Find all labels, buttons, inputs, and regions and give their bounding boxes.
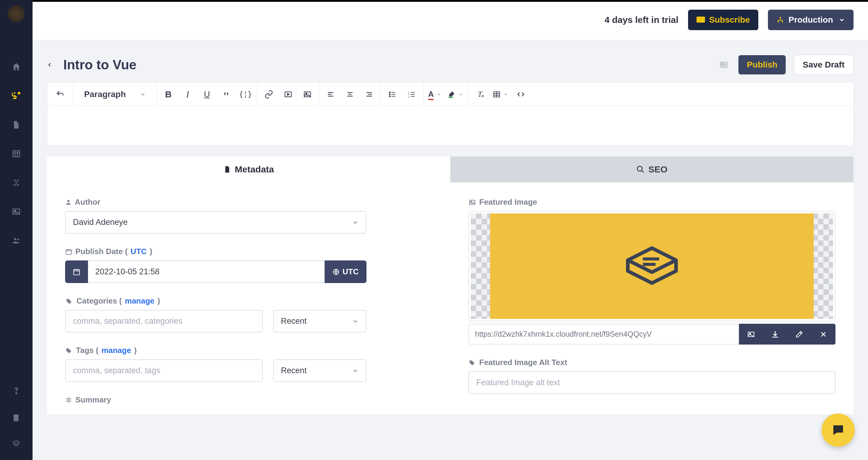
tab-seo[interactable]: SEO (450, 156, 854, 182)
featured-image-preview (468, 211, 835, 321)
calendar-icon (73, 268, 81, 276)
featured-image-thumbnail[interactable] (490, 213, 814, 319)
link-button[interactable] (262, 88, 276, 101)
edit-image-button[interactable] (787, 324, 811, 344)
user-icon (65, 198, 72, 206)
subscribe-button[interactable]: Subscribe (688, 10, 758, 30)
bullet-list-button[interactable] (386, 88, 399, 101)
editor-toolbar: Paragraph B I U {¦} (47, 83, 853, 106)
left-sidebar (0, 0, 33, 460)
grid-icon[interactable] (10, 148, 22, 160)
featured-image-url-input[interactable]: https://d2wzhk7xhrnk1x.cloudfront.net/f9… (468, 324, 739, 344)
date-picker-button[interactable] (65, 260, 88, 283)
users-icon[interactable] (10, 235, 22, 247)
svg-point-6 (16, 393, 17, 394)
file-icon (223, 165, 231, 174)
tab-metadata-label: Metadata (235, 164, 274, 175)
trial-remaining-text: 4 days left in trial (604, 15, 678, 25)
publish-button[interactable]: Publish (738, 55, 786, 74)
help-icon[interactable] (12, 385, 20, 396)
text-color-button[interactable]: A (428, 88, 442, 101)
home-icon[interactable] (10, 61, 22, 73)
layers-icon[interactable] (11, 439, 22, 448)
back-button[interactable] (47, 61, 53, 69)
editor-content-area[interactable] (47, 106, 853, 145)
tags-recent-select[interactable]: Recent (273, 359, 367, 382)
file-icon[interactable] (10, 119, 22, 131)
svg-point-4 (14, 238, 16, 240)
italic-button[interactable]: I (181, 88, 194, 101)
highlight-color-button[interactable] (447, 88, 463, 101)
underline-button[interactable]: U (200, 88, 214, 101)
chevron-down-icon (838, 17, 845, 23)
video-button[interactable] (281, 88, 295, 101)
timezone-link[interactable]: UTC (130, 247, 147, 256)
align-left-button[interactable] (324, 88, 337, 101)
remove-image-button[interactable] (811, 324, 835, 344)
media-icon[interactable] (10, 206, 22, 218)
code-view-button[interactable] (514, 88, 527, 101)
svg-rect-25 (66, 250, 71, 254)
author-select[interactable]: David Adeneye (65, 211, 367, 234)
categories-label: Categories (manage) (65, 296, 367, 306)
chevron-down-icon (140, 91, 146, 97)
card-view-icon[interactable] (717, 58, 731, 71)
tag-icon (65, 347, 73, 354)
page-title: Intro to Vue (63, 57, 136, 72)
featured-alt-input[interactable] (468, 371, 835, 394)
bold-button[interactable]: B (162, 88, 175, 101)
align-center-button[interactable] (343, 88, 356, 101)
editor-card: Paragraph B I U {¦} (47, 82, 854, 146)
numbered-list-button[interactable]: 123 (405, 88, 418, 101)
book-icon[interactable] (12, 413, 21, 423)
svg-rect-1 (13, 151, 20, 157)
utc-button[interactable]: UTC (324, 260, 367, 283)
undo-button[interactable] (54, 88, 67, 101)
tag-icon (468, 359, 476, 366)
author-value: David Adeneye (73, 218, 128, 227)
categories-manage-link[interactable]: manage (125, 296, 154, 306)
table-button[interactable] (493, 88, 508, 101)
credit-card-icon (696, 15, 705, 25)
logo-icon (616, 236, 688, 296)
author-label: Author (65, 197, 367, 207)
svg-point-0 (18, 92, 21, 95)
tags-label: Tags (manage) (65, 346, 367, 355)
globe-icon (333, 268, 340, 276)
chevron-down-icon (352, 367, 359, 374)
categories-input[interactable] (65, 310, 263, 333)
download-image-button[interactable] (763, 324, 787, 344)
save-draft-button[interactable]: Save Draft (794, 55, 854, 75)
featured-alt-label: Featured Image Alt Text (468, 358, 835, 367)
tags-input[interactable] (65, 359, 263, 382)
svg-point-15 (389, 92, 390, 93)
blocks-icon[interactable] (10, 177, 22, 189)
blockquote-button[interactable] (220, 88, 233, 101)
choose-image-button[interactable] (739, 324, 763, 344)
image-button[interactable] (301, 88, 314, 101)
image-icon (468, 198, 476, 206)
chevron-down-icon (352, 219, 359, 226)
svg-point-16 (389, 94, 390, 95)
categories-recent-select[interactable]: Recent (273, 310, 367, 333)
avatar[interactable] (8, 5, 25, 22)
blog-icon[interactable] (10, 90, 22, 102)
svg-rect-9 (782, 21, 783, 22)
tags-manage-link[interactable]: manage (101, 346, 131, 355)
chat-widget-button[interactable] (822, 413, 855, 447)
tags-icon (65, 298, 73, 304)
top-header: 4 days left in trial Subscribe Productio… (33, 0, 868, 40)
sitemap-icon (776, 16, 784, 24)
code-block-button[interactable]: {¦} (239, 88, 252, 101)
svg-point-24 (67, 200, 69, 202)
svg-point-17 (389, 96, 390, 96)
align-right-button[interactable] (363, 88, 376, 101)
environment-dropdown[interactable]: Production (768, 10, 854, 30)
tab-metadata[interactable]: Metadata (47, 156, 450, 182)
clear-formatting-button[interactable]: T✕ (473, 88, 487, 101)
block-type-select[interactable]: Paragraph (78, 90, 152, 99)
svg-rect-7 (780, 17, 781, 18)
svg-rect-8 (778, 21, 779, 22)
subscribe-label: Subscribe (709, 15, 750, 25)
publish-date-input[interactable]: 2022-10-05 21:58 (88, 260, 324, 283)
